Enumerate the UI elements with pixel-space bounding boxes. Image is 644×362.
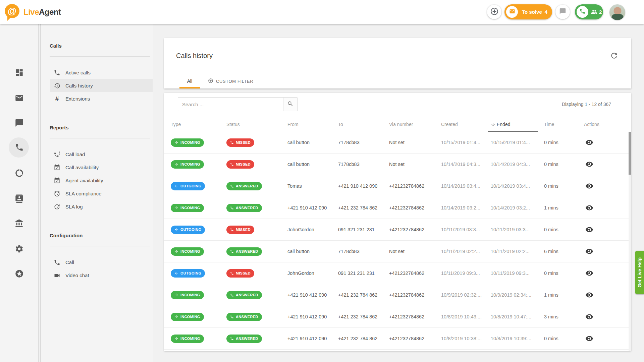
sidebar-item-extensions[interactable]: #Extensions	[50, 92, 153, 105]
rail-data-usage-icon[interactable]	[15, 169, 24, 178]
time-cell: 0 mins	[544, 140, 584, 145]
column-header-ended[interactable]: Ended	[491, 117, 544, 132]
column-header-type[interactable]: Type	[171, 117, 226, 132]
rail-bank-icon[interactable]	[15, 219, 24, 228]
column-header-time[interactable]: Time	[544, 117, 584, 132]
sidebar-item-agent-availability[interactable]: Agent availability	[50, 174, 153, 187]
calls-history-table-card: Displaying 1 - 12 of 367 TypeStatusFromT…	[164, 93, 631, 351]
scrollbar-thumb[interactable]	[629, 132, 631, 175]
badge-label: MISSED	[236, 140, 251, 144]
rail-mail-icon[interactable]	[15, 94, 24, 103]
time-cell: 0 mins	[544, 162, 584, 167]
column-header-via-number[interactable]: Via number	[389, 117, 441, 132]
tab-all-label: All	[187, 78, 193, 84]
event-available-icon	[54, 164, 60, 171]
to-cell: +421 232 784 862	[338, 292, 389, 298]
actions-cell	[584, 203, 625, 212]
chats-button[interactable]	[555, 5, 570, 19]
column-header-label: Actions	[584, 122, 599, 127]
group-icon	[591, 9, 597, 15]
created-cell: 10/11/2019 02:2...	[441, 249, 491, 254]
sidebar-item-label: Agent availability	[65, 178, 103, 183]
sidebar-item-calls-history[interactable]: Calls history	[50, 79, 153, 92]
section-divider	[50, 222, 150, 222]
rail-contacts-icon[interactable]	[15, 194, 24, 203]
type-cell: INCOMING	[171, 335, 226, 343]
sidebar-item-call[interactable]: Call	[50, 256, 153, 269]
actions-cell	[584, 247, 625, 256]
history-icon	[54, 82, 60, 89]
badge-label: INCOMING	[180, 206, 200, 210]
to-solve-button[interactable]: To solve 4	[504, 4, 552, 19]
column-header-label: From	[287, 122, 299, 127]
view-call-button[interactable]	[585, 182, 594, 190]
from-cell: +421 910 412 090	[287, 336, 338, 341]
view-call-button[interactable]	[585, 247, 594, 256]
column-header-from[interactable]: From	[287, 117, 338, 132]
rail-phone-icon-active[interactable]	[15, 143, 24, 152]
view-call-button[interactable]	[585, 138, 594, 147]
search-button[interactable]	[283, 97, 298, 111]
refresh-button[interactable]	[610, 51, 619, 60]
type-cell: INCOMING	[171, 138, 226, 147]
rail-settings-icon[interactable]	[15, 244, 24, 253]
sidebar-item-sla-log[interactable]: SLA log	[50, 200, 153, 213]
tab-custom-filter[interactable]: CUSTOM FILTER	[206, 74, 255, 88]
rail-chat-icon[interactable]	[15, 118, 24, 127]
online-calls-button[interactable]: 2	[575, 4, 603, 19]
rail-star-circle-icon[interactable]	[15, 269, 24, 278]
table-scrollbar[interactable]	[629, 132, 631, 351]
column-header-created[interactable]: Created	[441, 117, 491, 132]
ended-cell: 10/8/2019 10:39:...	[491, 336, 544, 341]
envelope-icon	[509, 8, 515, 16]
view-call-button[interactable]	[585, 225, 594, 234]
user-avatar[interactable]	[609, 4, 625, 20]
view-call-button[interactable]	[585, 269, 594, 278]
status-cell: MISSED	[226, 138, 287, 147]
column-header-status[interactable]: Status	[226, 117, 287, 132]
column-header-to[interactable]: To	[338, 117, 389, 132]
sidebar-item-call-load[interactable]: Call load	[50, 148, 153, 161]
search-input[interactable]	[178, 97, 283, 111]
table-row: INCOMINGMISSEDcall button7178cb83Not set…	[164, 132, 631, 154]
view-call-button[interactable]	[585, 291, 594, 299]
from-cell: JohnGordon	[287, 270, 338, 276]
view-call-button[interactable]	[585, 334, 594, 343]
sidebar-item-label: Video chat	[65, 273, 89, 278]
ended-cell: 10/8/2019 10:47:...	[491, 314, 544, 319]
column-header-actions[interactable]: Actions	[584, 117, 625, 132]
nav-items: CallVideo chat	[41, 256, 153, 282]
created-cell: 10/8/2019 10:43:...	[441, 314, 491, 319]
calls-history-header-card: Calls history All CUSTOM FILTER	[164, 38, 631, 88]
sidebar-item-active-calls[interactable]: Active calls	[50, 66, 153, 79]
table-header-row: TypeStatusFromToVia numberCreatedEndedTi…	[164, 117, 631, 132]
ended-cell: 10/14/2019 03:4...	[491, 183, 544, 189]
view-call-button[interactable]	[585, 312, 594, 321]
badge-label: ANSWERED	[236, 315, 258, 319]
status-cell: ANSWERED	[226, 204, 287, 212]
phone-icon	[230, 141, 234, 144]
tab-all[interactable]: All	[179, 74, 200, 88]
from-cell: +421 910 412 090	[287, 205, 338, 210]
add-new-button[interactable]	[487, 5, 501, 19]
to-cell: 091 321 231 231	[338, 227, 389, 232]
table-row: OUTGOINGMISSEDJohnGordon091 321 231 231+…	[164, 219, 631, 241]
view-call-button[interactable]	[585, 203, 594, 212]
sidebar-item-video-chat[interactable]: Video chat	[50, 269, 153, 282]
view-call-button[interactable]	[585, 160, 594, 169]
sort-arrow-down-icon	[491, 122, 495, 127]
actions-cell	[584, 291, 625, 299]
sidebar-item-call-availability[interactable]: Call availability	[50, 161, 153, 174]
type-badge: INCOMING	[171, 138, 204, 147]
rail-dashboard-icon[interactable]	[15, 68, 24, 77]
get-live-help-tab[interactable]: Get Live Help	[635, 251, 644, 294]
arrow-left-icon	[174, 271, 178, 275]
sidebar-item-sla-compliance[interactable]: SLA compliance	[50, 187, 153, 200]
sidebar-item-label: Call availability	[65, 165, 99, 170]
nav-heading-reports: Reports	[41, 124, 153, 131]
get-live-help-label: Get Live Help	[637, 257, 642, 287]
heading-divider	[50, 246, 150, 246]
ended-cell: 10/15/2019 01:4...	[491, 140, 544, 145]
logo[interactable]: @ LiveAgent	[5, 4, 61, 20]
phone-icon	[230, 184, 234, 188]
